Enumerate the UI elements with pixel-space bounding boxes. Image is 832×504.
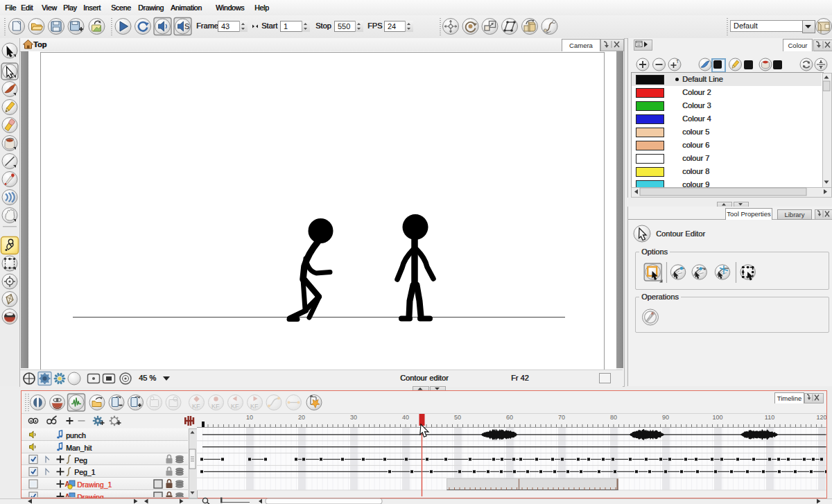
svg-text:S: S	[184, 22, 189, 31]
svg-text:T: T	[676, 59, 679, 64]
svg-text:KF: KF	[192, 403, 200, 410]
svg-text:30: 30	[350, 414, 357, 421]
svg-text:KF: KF	[250, 403, 259, 410]
svg-text:KF: KF	[211, 403, 220, 410]
svg-text:50: 50	[454, 414, 461, 421]
svg-text:100: 100	[712, 414, 722, 421]
svg-text:70: 70	[558, 414, 565, 421]
svg-text:80: 80	[610, 414, 617, 421]
svg-text:20: 20	[298, 414, 305, 421]
svg-text:KF: KF	[231, 403, 239, 410]
svg-text:40: 40	[402, 414, 409, 421]
svg-text:10: 10	[246, 414, 253, 421]
svg-text:60: 60	[506, 414, 513, 421]
svg-text:120: 120	[816, 414, 826, 421]
svg-text:110: 110	[765, 414, 774, 421]
svg-text:90: 90	[662, 414, 669, 421]
